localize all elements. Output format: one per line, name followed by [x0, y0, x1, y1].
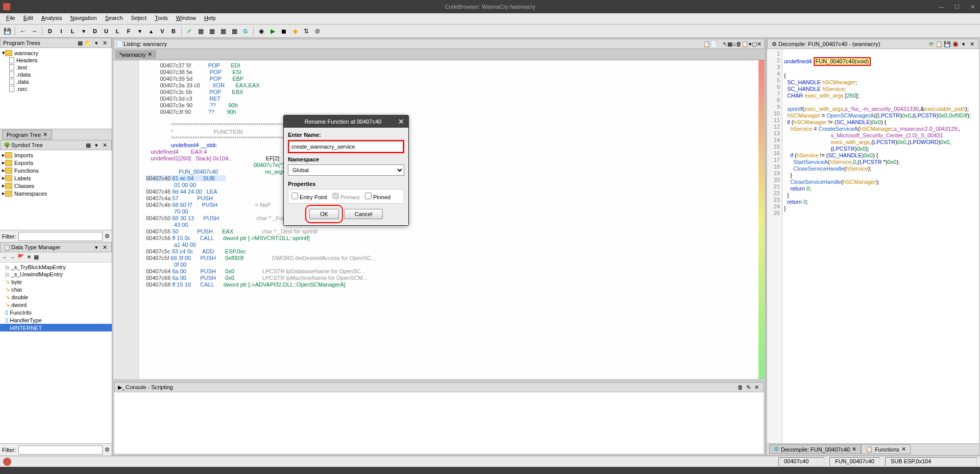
symbol-menu-icon[interactable]: ▾ [92, 141, 101, 149]
toggle-icon[interactable]: ⇅ [301, 26, 311, 36]
b-icon[interactable]: B [168, 26, 179, 36]
symbol-config-icon[interactable]: ▦ [84, 141, 92, 149]
clear-icon[interactable]: ⊘ [312, 26, 323, 36]
dtm-unwind[interactable]: |s _s_UnwindMapEntry [0, 271, 112, 278]
grid4-icon[interactable]: ▦ [229, 26, 239, 36]
dtm-menu-icon[interactable]: ▾ [92, 243, 101, 251]
l-icon[interactable]: L [67, 26, 78, 36]
v-icon[interactable]: V [157, 26, 167, 36]
listing-paste-icon[interactable]: 📄 [710, 41, 718, 48]
forward-icon[interactable]: → [29, 26, 39, 36]
dtm-tryblock[interactable]: |s _s_TryBlockMapEntry [0, 264, 112, 271]
console-clear-icon[interactable]: 🗑 [736, 383, 744, 391]
dtm-double[interactable]: ↘ double [0, 293, 112, 301]
symbol-exports[interactable]: ▸Exports [0, 159, 112, 167]
decompile-save-icon[interactable]: 💾 [943, 40, 951, 48]
symbol-namespaces[interactable]: ▸Namespaces [0, 189, 112, 197]
listing-undock-icon[interactable]: ▢ [752, 41, 757, 48]
l2-icon[interactable]: L [112, 26, 122, 36]
decompile-refresh-icon[interactable]: ⟳ [927, 40, 935, 48]
d-icon[interactable]: D [45, 26, 55, 36]
square-icon[interactable]: ◼ [279, 26, 289, 36]
tree-item-text[interactable]: .text [0, 64, 112, 71]
menu-window[interactable]: Window [172, 13, 200, 24]
function-name-input[interactable] [289, 141, 403, 152]
ok-button[interactable]: OK [309, 209, 339, 219]
grid2-icon[interactable]: ▦ [207, 26, 217, 36]
functions-tab-close-icon[interactable]: ✕ [901, 446, 906, 453]
symbol-classes[interactable]: ▸Classes [0, 182, 112, 189]
dtm-sun-icon[interactable]: ☀ [27, 254, 32, 260]
tree-item-rdata[interactable]: .rdata [0, 71, 112, 78]
diamond-icon[interactable]: ◆ [290, 26, 300, 36]
nav-down2-icon[interactable]: ▾ [135, 26, 145, 36]
tab-close-icon[interactable]: ✕ [43, 131, 47, 138]
dtm-flag-icon[interactable]: 🚩 [17, 254, 24, 260]
tree-item-rsrc[interactable]: .rsrc [0, 85, 112, 92]
decompile-copy-icon[interactable]: 📋 [935, 40, 943, 48]
circle-icon[interactable]: ◉ [256, 26, 266, 36]
dtm-collapse-icon[interactable]: ▦ [34, 254, 39, 260]
listing-home-icon[interactable]: ⌂ [732, 41, 736, 47]
dtm-fwd-icon[interactable]: → [10, 254, 15, 260]
console-body[interactable] [114, 392, 764, 454]
dtm-close-icon[interactable]: ✕ [101, 243, 109, 251]
symbol-functions[interactable]: ▸Functions [0, 167, 112, 174]
listing-close-icon[interactable]: ✕ [757, 41, 762, 48]
pinned-checkbox[interactable]: Pinned [365, 193, 390, 200]
listing-cursor-icon[interactable]: ↖ [723, 41, 727, 48]
dtm-dword[interactable]: ↘ dword [0, 301, 112, 309]
g-icon[interactable]: G [240, 26, 251, 36]
functions-tab[interactable]: 📋Functions✕ [861, 444, 911, 454]
symbol-labels[interactable]: ▸Labels [0, 174, 112, 182]
dialog-titlebar[interactable]: Rename Function at 00407c40 ✕ [284, 115, 408, 128]
minimize-button[interactable]: — [934, 0, 949, 13]
overview-ruler[interactable] [758, 60, 765, 379]
dtm-funcinfo[interactable]: ▯ FuncInfo [0, 309, 112, 316]
listing-tab-wannacry[interactable]: *wannacry✕ [115, 50, 156, 59]
menu-search[interactable]: Search [101, 13, 127, 24]
save-icon[interactable]: 💾 [2, 26, 12, 36]
listing-trash-icon[interactable]: 🗑 [736, 41, 742, 47]
decompile-body[interactable]: 1 2 3 4 5 6 7 8 9 10 11 12 13 14 15 16 1… [767, 49, 979, 443]
console-close-icon[interactable]: ✕ [752, 383, 761, 391]
decompile-tab-close-icon[interactable]: ✕ [852, 446, 856, 453]
listing-copy-icon[interactable]: 📋 [703, 41, 710, 48]
symbol-imports[interactable]: ▸Imports [0, 151, 112, 159]
play-icon[interactable]: ▶ [267, 26, 278, 36]
maximize-button[interactable]: ☐ [949, 0, 965, 13]
tree-root-wannacry[interactable]: ▾wannacry [0, 49, 112, 57]
tree-close-icon[interactable]: ✕ [101, 39, 109, 47]
symbol-filter-input[interactable] [18, 232, 103, 241]
dtm-byte[interactable]: ↘ byte [0, 278, 112, 286]
menu-select[interactable]: Select [127, 13, 151, 24]
f-icon[interactable]: F [124, 26, 134, 36]
dtm-hinternet[interactable]: ▯ HINTERNET [0, 324, 112, 331]
dtm-char[interactable]: ↘ char [0, 286, 112, 293]
dtm-filter-input[interactable] [18, 445, 103, 455]
dtm-filter-config-icon[interactable]: ⚙ [105, 446, 110, 453]
symbol-close-icon[interactable]: ✕ [101, 141, 109, 149]
listing-body[interactable]: 00407c37 5f POP EDI 00407c38 5e POP ESI … [113, 60, 765, 379]
menu-navigation[interactable]: Navigation [66, 13, 101, 24]
menu-file[interactable]: File [2, 13, 19, 24]
menu-analysis[interactable]: Analysis [37, 13, 66, 24]
listing-clip-icon[interactable]: 📋 [742, 41, 749, 48]
i-icon[interactable]: I [56, 26, 66, 36]
tree-config-icon[interactable]: ▦ [76, 39, 84, 47]
u-icon[interactable]: U [101, 26, 111, 36]
tree-item-data[interactable]: .data [0, 78, 112, 85]
filter-config-icon[interactable]: ⚙ [105, 233, 110, 240]
grid-icon[interactable]: ▦ [195, 26, 206, 36]
check-icon[interactable]: ✓ [184, 26, 194, 36]
listing-grid-icon[interactable]: ▦ [727, 41, 732, 48]
decompile-tab[interactable]: ⚙Decompile: FUN_00407c40✕ [769, 444, 861, 454]
dtm-handlertype[interactable]: ▯ HandlerType [0, 316, 112, 324]
grid3-icon[interactable]: ▦ [218, 26, 228, 36]
d2-icon[interactable]: D [90, 26, 100, 36]
close-button[interactable]: ✕ [965, 0, 980, 13]
entry-point-checkbox[interactable]: Entry Point [291, 193, 327, 200]
nav-down-icon[interactable]: ▾ [79, 26, 89, 36]
nav-up-icon[interactable]: ▴ [146, 26, 156, 36]
back-icon[interactable]: ← [18, 26, 28, 36]
